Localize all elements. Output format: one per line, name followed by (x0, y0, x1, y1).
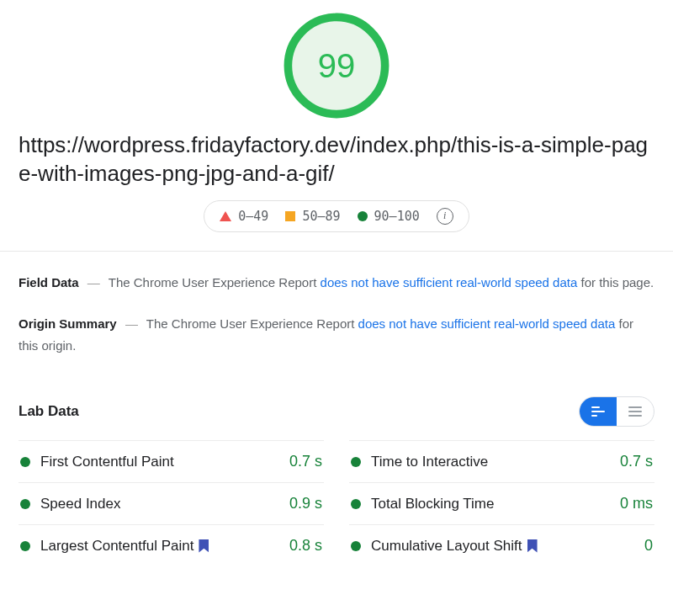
status-dot-icon (351, 457, 361, 467)
score-legend: 0–49 50–89 90–100 i (204, 200, 469, 232)
field-data-label: Field Data (19, 275, 79, 289)
metric-value: 0.9 s (289, 495, 322, 512)
status-dot-icon (20, 499, 30, 509)
metric-tbt[interactable]: Total Blocking Time 0 ms (349, 482, 654, 524)
field-data-section: Field Data — The Chrome User Experience … (0, 252, 673, 299)
view-toggle-expanded[interactable] (580, 397, 617, 426)
metric-value: 0.7 s (289, 453, 322, 470)
legend-poor: 0–49 (220, 209, 268, 224)
metric-cls[interactable]: Cumulative Layout Shift 0 (349, 524, 654, 566)
metric-tti[interactable]: Time to Interactive 0.7 s (349, 440, 654, 482)
performance-score-gauge: 99 (283, 12, 390, 119)
field-data-text-post: for this page. (577, 275, 654, 289)
info-icon[interactable]: i (437, 208, 453, 225)
metric-lcp[interactable]: Largest Contentful Paint 0.8 s (19, 524, 324, 566)
triangle-icon (220, 211, 231, 221)
status-dot-icon (351, 499, 361, 509)
metric-si[interactable]: Speed Index 0.9 s (19, 482, 324, 524)
legend-mid: 50–89 (285, 209, 340, 224)
origin-summary-label: Origin Summary (19, 316, 117, 331)
legend-mid-range: 50–89 (302, 209, 340, 224)
status-dot-icon (351, 541, 361, 551)
origin-summary-link[interactable]: does not have sufficient real-world spee… (358, 316, 616, 331)
metric-name: Cumulative Layout Shift (371, 538, 522, 555)
page-url: https://wordpress.fridayfactory.dev/inde… (0, 126, 673, 192)
metric-name: Largest Contentful Paint (40, 538, 193, 555)
bars-icon (628, 406, 642, 417)
field-data-text-pre: The Chrome User Experience Report (109, 275, 321, 289)
status-dot-icon (20, 541, 30, 551)
metric-value: 0.8 s (289, 537, 322, 555)
metric-value: 0 ms (620, 495, 653, 512)
bars-icon (591, 406, 605, 417)
metric-name: Total Blocking Time (371, 496, 494, 512)
origin-summary-text-pre: The Chrome User Experience Report (146, 316, 358, 331)
lab-data-heading: Lab Data (19, 403, 79, 420)
field-data-link[interactable]: does not have sufficient real-world spee… (321, 275, 578, 289)
view-toggle-compact[interactable] (617, 397, 654, 426)
legend-good-range: 90–100 (374, 209, 420, 224)
view-toggle[interactable] (579, 396, 654, 427)
metric-value: 0.7 s (620, 453, 653, 470)
metric-name: Time to Interactive (371, 454, 488, 470)
bookmark-icon (527, 539, 538, 553)
metric-name: Speed Index (40, 496, 120, 512)
metric-name: First Contentful Paint (40, 454, 174, 470)
square-icon (285, 211, 295, 221)
legend-poor-range: 0–49 (238, 209, 268, 224)
performance-score-value: 99 (283, 12, 390, 119)
origin-summary-section: Origin Summary — The Chrome User Experie… (0, 298, 673, 366)
metric-value: 0 (644, 537, 653, 555)
lab-data-metrics: First Contentful Paint 0.7 s Time to Int… (0, 440, 673, 566)
bookmark-icon (199, 539, 209, 553)
legend-good: 90–100 (358, 209, 420, 224)
metric-fcp[interactable]: First Contentful Paint 0.7 s (19, 440, 324, 482)
status-dot-icon (20, 457, 30, 467)
circle-icon (358, 211, 368, 221)
